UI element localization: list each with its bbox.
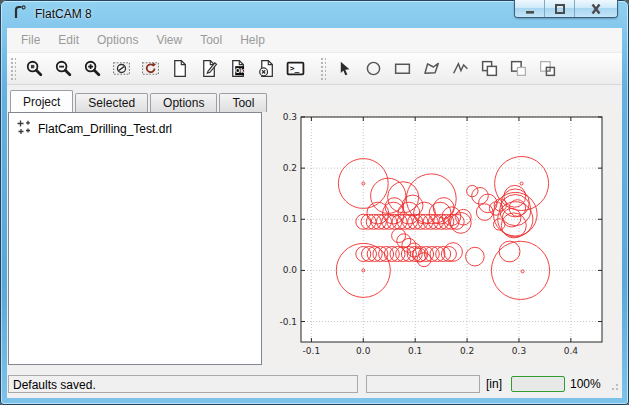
menu-item-view[interactable]: View: [147, 29, 191, 51]
tab-options[interactable]: Options: [150, 93, 217, 112]
close-icon: [588, 2, 604, 16]
tab-bar: ProjectSelectedOptionsTool: [10, 91, 269, 112]
zoom-out-button[interactable]: [49, 55, 78, 83]
tab-tool[interactable]: Tool: [219, 93, 267, 112]
svg-text:Ok: Ok: [235, 67, 244, 74]
new-file-icon: [170, 59, 189, 78]
cancel-file-button[interactable]: [252, 55, 281, 83]
shell-button[interactable]: >_: [281, 55, 310, 83]
draw-circle-button[interactable]: [359, 55, 388, 83]
status-secondary-box: [366, 375, 480, 393]
intersect-icon: [538, 59, 557, 78]
shell-icon: >_: [286, 59, 305, 78]
status-message: Defaults saved.: [8, 375, 358, 393]
svg-text:0.0: 0.0: [356, 346, 371, 356]
maximize-icon: [552, 2, 568, 16]
edit-file-button[interactable]: [194, 55, 223, 83]
svg-text:0.0: 0.0: [283, 265, 298, 275]
progress-bar: [511, 376, 565, 392]
svg-text:0.3: 0.3: [512, 346, 526, 356]
replot-button[interactable]: [136, 55, 165, 83]
resize-grip[interactable]: [609, 377, 619, 395]
zoom-fit-button[interactable]: [20, 55, 49, 83]
zoom-in-icon: [83, 59, 102, 78]
select-icon: [335, 59, 354, 78]
draw-polygon-icon: [422, 59, 441, 78]
draw-rectangle-button[interactable]: [388, 55, 417, 83]
select-button[interactable]: [330, 55, 359, 83]
new-file-button[interactable]: [165, 55, 194, 83]
minimize-icon: [522, 2, 538, 16]
progress-percent-label: 100%: [570, 377, 601, 391]
menu-item-edit[interactable]: Edit: [49, 29, 88, 51]
draw-path-button[interactable]: [446, 55, 475, 83]
titlebar[interactable]: FlatCAM 8: [0, 0, 629, 28]
minimize-button[interactable]: [515, 0, 545, 17]
clear-plot-icon: [112, 59, 131, 78]
tree-item-label: FlatCam_Drilling_Test.drl: [38, 122, 172, 136]
plot-canvas[interactable]: -0.10.00.10.20.30.4-0.10.00.10.20.3: [268, 103, 620, 368]
svg-text:0.4: 0.4: [564, 346, 579, 356]
union-button[interactable]: [475, 55, 504, 83]
maximize-button[interactable]: [545, 0, 575, 17]
project-tree[interactable]: FlatCam_Drilling_Test.drl: [8, 112, 262, 365]
zoom-fit-icon: [25, 59, 44, 78]
subtract-button[interactable]: [504, 55, 533, 83]
menu-item-options[interactable]: Options: [88, 29, 147, 51]
svg-text:-0.1: -0.1: [279, 317, 297, 327]
svg-text:-0.1: -0.1: [303, 346, 321, 356]
app-icon: [11, 4, 28, 25]
tree-item[interactable]: FlatCam_Drilling_Test.drl: [9, 113, 261, 138]
svg-text:0.1: 0.1: [408, 346, 422, 356]
toolbar-drag-handle[interactable]: [320, 57, 326, 81]
menu-item-tool[interactable]: Tool: [191, 29, 231, 51]
union-icon: [480, 59, 499, 78]
ok-file-icon: Ok: [228, 59, 247, 78]
zoom-in-button[interactable]: [78, 55, 107, 83]
edit-file-icon: [199, 59, 218, 78]
draw-polygon-button[interactable]: [417, 55, 446, 83]
toolbar: Ok>_: [7, 53, 622, 85]
svg-text:>_: >_: [290, 64, 300, 73]
cancel-file-icon: [257, 59, 276, 78]
window-title: FlatCAM 8: [35, 7, 92, 21]
toolbar-drag-handle[interactable]: [10, 57, 16, 81]
units-label: [in]: [486, 377, 502, 391]
draw-circle-icon: [364, 59, 383, 78]
draw-path-icon: [451, 59, 470, 78]
svg-text:0.2: 0.2: [283, 163, 297, 173]
tab-selected[interactable]: Selected: [75, 93, 148, 112]
main-area: ProjectSelectedOptionsTool FlatCam_Drill…: [7, 85, 622, 372]
menu-item-help[interactable]: Help: [231, 29, 274, 51]
toolbar-file-group: Ok>_: [20, 55, 310, 83]
menu-item-file[interactable]: File: [12, 29, 49, 51]
tab-project[interactable]: Project: [10, 90, 73, 112]
flatcam-window: FlatCAM 8 FileEditOptionsViewToolHelp Ok…: [0, 0, 629, 405]
intersect-button[interactable]: [533, 55, 562, 83]
draw-rectangle-icon: [393, 59, 412, 78]
svg-text:0.3: 0.3: [283, 112, 297, 122]
svg-text:0.2: 0.2: [460, 346, 474, 356]
status-bar: Defaults saved. [in] 100%: [7, 372, 622, 398]
subtract-icon: [509, 59, 528, 78]
replot-icon: [141, 59, 160, 78]
window-content: FileEditOptionsViewToolHelp Ok>_ Project…: [7, 28, 622, 398]
ok-file-button[interactable]: Ok: [223, 55, 252, 83]
svg-text:0.1: 0.1: [283, 214, 297, 224]
clear-plot-button[interactable]: [107, 55, 136, 83]
close-button[interactable]: [575, 0, 617, 17]
drill-marks-icon: [16, 119, 32, 138]
zoom-out-icon: [54, 59, 73, 78]
toolbar-draw-group: [330, 55, 562, 83]
menu-bar: FileEditOptionsViewToolHelp: [7, 28, 622, 53]
